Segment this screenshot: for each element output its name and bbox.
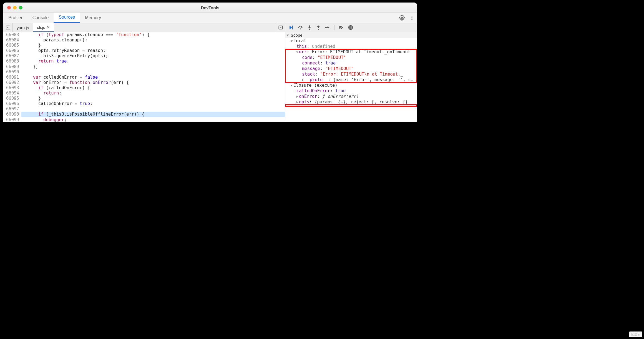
settings-button[interactable] xyxy=(397,13,407,23)
scope-opts[interactable]: opts: {params: {…}, reject: ƒ, resolve: … xyxy=(285,99,417,105)
disclosure-triangle-icon xyxy=(302,79,303,81)
scope-header[interactable]: Scope xyxy=(285,32,417,38)
code-line[interactable]: if (calledOnError) { xyxy=(21,85,285,91)
code-line[interactable]: }; xyxy=(21,64,285,69)
code-line[interactable]: if (typeof params.cleanup === 'function'… xyxy=(21,32,285,38)
code-line[interactable]: var onError = function onError(err) { xyxy=(21,80,285,85)
code-line[interactable]: opts.retryReason = reason; xyxy=(21,48,285,53)
highlighted-bottom-block xyxy=(285,105,417,106)
debugger-toggle[interactable] xyxy=(276,23,285,32)
line-number: 66083 xyxy=(6,32,19,38)
scope-header-label: Scope xyxy=(291,33,303,38)
prop-name: this xyxy=(296,44,307,49)
scope-local[interactable]: Local xyxy=(285,38,417,44)
tab-profiler[interactable]: Profiler xyxy=(3,13,27,23)
panel-tabs: Profiler Console Sources Memory xyxy=(3,13,417,23)
file-tab-label: cli.js xyxy=(37,25,45,30)
file-tab-yarn[interactable]: yarn.js xyxy=(13,23,33,32)
prop-value: ƒ onError(err) xyxy=(322,94,359,99)
line-number: 66093 xyxy=(6,85,19,91)
svg-rect-22 xyxy=(350,26,351,29)
tab-sources[interactable]: Sources xyxy=(54,13,80,23)
resume-button[interactable] xyxy=(288,25,294,30)
code-editor[interactable]: 6608366084660856608666087660886608966090… xyxy=(3,32,285,122)
prop-name: code xyxy=(302,55,312,60)
file-tab-cli[interactable]: cli.js ✕ xyxy=(33,23,54,32)
tab-memory[interactable]: Memory xyxy=(80,13,106,23)
line-number: 66091 xyxy=(6,75,19,80)
code-line[interactable]: params.cleanup(); xyxy=(21,38,285,43)
prop-name: opts xyxy=(299,99,309,104)
svg-point-10 xyxy=(300,28,301,29)
code-line[interactable]: } xyxy=(21,96,285,101)
step-out-icon xyxy=(316,25,321,30)
scope-closure-label: Closure (execute) xyxy=(293,83,338,88)
line-number: 66084 xyxy=(6,38,19,43)
step-into-icon xyxy=(307,25,312,30)
code-line[interactable] xyxy=(21,106,285,112)
line-number: 66089 xyxy=(6,64,19,69)
code-line[interactable]: _this3.queueForRetry(opts); xyxy=(21,53,285,59)
code-line[interactable]: if (_this3.isPossibleOfflineError(err)) … xyxy=(21,112,285,117)
scope-onError[interactable]: onError: ƒ onError(err) xyxy=(285,94,417,99)
scope-err-proto[interactable]: __proto__: {name: 'Error', message: '', … xyxy=(285,77,417,83)
line-number: 66090 xyxy=(6,69,19,75)
pause-on-exceptions-button[interactable] xyxy=(348,25,353,30)
step-into-button[interactable] xyxy=(307,25,312,30)
scope-err-code[interactable]: code: "ETIMEDOUT" xyxy=(285,55,417,60)
code-line[interactable]: return true; xyxy=(21,59,285,64)
svg-point-2 xyxy=(411,17,412,18)
svg-marker-16 xyxy=(317,26,320,27)
line-number: 66099 xyxy=(6,117,19,122)
close-icon[interactable]: ✕ xyxy=(47,25,50,29)
line-number: 66087 xyxy=(6,53,19,59)
scope-closure[interactable]: Closure (execute) xyxy=(285,83,417,88)
code-line[interactable]: calledOnError = true; xyxy=(21,101,285,106)
prop-value: {params: {…}, reject: ƒ, resolve: ƒ} xyxy=(315,99,408,104)
step-button[interactable] xyxy=(325,25,330,30)
code-line[interactable]: debugger; xyxy=(21,117,285,122)
prop-name: message xyxy=(302,66,320,71)
deactivate-breakpoints-button[interactable] xyxy=(338,25,344,30)
svg-point-3 xyxy=(411,19,412,20)
file-tabs: yarn.js cli.js ✕ xyxy=(3,23,285,32)
svg-rect-9 xyxy=(292,26,293,29)
more-button[interactable] xyxy=(407,13,417,23)
scope-calledOnError[interactable]: calledOnError: true xyxy=(285,88,417,94)
svg-marker-7 xyxy=(280,27,281,28)
prop-name: stack xyxy=(302,72,315,77)
prop-value: {name: 'Error', message: '', c… xyxy=(333,77,413,82)
prop-value: "Error: ETIMEDOUT\n at Timeout._ xyxy=(320,72,403,77)
pause-icon xyxy=(348,25,353,30)
kebab-icon xyxy=(409,15,415,21)
svg-rect-23 xyxy=(351,26,352,29)
scope-err-message[interactable]: message: "ETIMEDOUT" xyxy=(285,66,417,71)
step-out-button[interactable] xyxy=(316,25,321,30)
scope-err[interactable]: err: Error: ETIMEDOUT at Timeout._onTime… xyxy=(285,49,417,55)
navigator-toggle[interactable] xyxy=(3,23,13,32)
code-line[interactable] xyxy=(21,69,285,75)
code-line[interactable]: var calledOnError = false; xyxy=(21,75,285,80)
svg-rect-15 xyxy=(318,26,319,28)
svg-point-11 xyxy=(309,29,310,30)
prop-value: undefined xyxy=(312,44,335,49)
prop-name: __proto__ xyxy=(305,77,328,82)
scope-err-connect[interactable]: connect: true xyxy=(285,60,417,66)
prop-name: err xyxy=(299,49,307,54)
scope-local-label: Local xyxy=(293,38,306,43)
scope-err-stack[interactable]: stack: "Error: ETIMEDOUT\n at Timeout._ xyxy=(285,71,417,77)
step-icon xyxy=(325,25,330,30)
disclosure-triangle-icon xyxy=(291,40,293,42)
code-line[interactable]: return; xyxy=(21,91,285,96)
tab-console[interactable]: Console xyxy=(27,13,54,23)
step-over-button[interactable] xyxy=(298,25,303,30)
line-number: 66098 xyxy=(6,112,19,117)
prop-value: true xyxy=(335,88,346,93)
devtools-window: DevTools Profiler Console Sources Memory xyxy=(3,3,417,122)
svg-point-0 xyxy=(401,17,403,18)
scope-pane[interactable]: Scope Local this: undefined err: Error: … xyxy=(285,32,417,122)
titlebar: DevTools xyxy=(3,3,417,13)
code-line[interactable]: } xyxy=(21,43,285,48)
code-area[interactable]: if (typeof params.cleanup === 'function'… xyxy=(21,32,285,122)
scope-this[interactable]: this: undefined xyxy=(285,44,417,49)
